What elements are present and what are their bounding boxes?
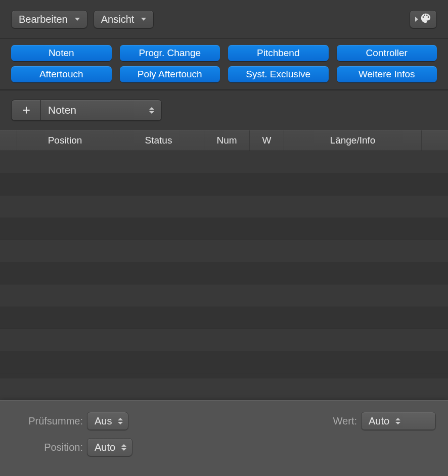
table-header-num[interactable]: Num: [204, 130, 250, 151]
table-header-w[interactable]: W: [250, 130, 284, 151]
view-menu-label: Ansicht: [101, 14, 135, 25]
table-header-position[interactable]: Position: [17, 130, 113, 151]
filter-weitere-infos[interactable]: Weitere Infos: [337, 66, 437, 82]
color-palette-button[interactable]: [410, 10, 437, 28]
event-table: Position Status Num W Länge/Info: [0, 130, 448, 378]
table-header-status[interactable]: Status: [113, 130, 204, 151]
updown-icon: [121, 444, 126, 451]
chevron-down-icon: [75, 18, 80, 21]
filter-syst-exclusive[interactable]: Syst. Exclusive: [228, 66, 329, 82]
plus-icon: [21, 105, 31, 115]
checksum-select[interactable]: Aus: [87, 412, 128, 430]
top-toolbar: Bearbeiten Ansicht: [0, 0, 448, 39]
updown-icon: [118, 418, 123, 424]
value-label: Wert:: [333, 415, 357, 427]
position-select[interactable]: Auto: [87, 438, 132, 456]
position-value: Auto: [95, 442, 115, 453]
event-type-select[interactable]: Noten: [40, 100, 162, 121]
table-row[interactable]: [0, 151, 448, 173]
table-row[interactable]: [0, 173, 448, 196]
checksum-label: Prüfsumme:: [12, 415, 83, 427]
filter-aftertouch[interactable]: Aftertouch: [11, 66, 112, 82]
updown-icon: [395, 418, 400, 424]
checksum-value: Aus: [95, 415, 112, 427]
add-event-button[interactable]: [11, 100, 40, 121]
table-row[interactable]: [0, 218, 448, 240]
table-row[interactable]: [0, 329, 448, 351]
filter-poly-aftertouch[interactable]: Poly Aftertouch: [120, 66, 220, 82]
table-header: Position Status Num W Länge/Info: [0, 130, 448, 151]
table-header-length[interactable]: Länge/Info: [284, 130, 422, 151]
chevron-down-icon: [141, 18, 146, 21]
value-select[interactable]: Auto: [361, 412, 436, 430]
footer: Prüfsumme: Aus Wert: Auto Positio: [0, 400, 448, 476]
value-value: Auto: [369, 415, 389, 427]
filter-pitchbend[interactable]: Pitchbend: [228, 45, 329, 61]
edit-menu[interactable]: Bearbeiten: [11, 10, 87, 28]
palette-icon: [420, 13, 431, 26]
edit-menu-label: Bearbeiten: [19, 14, 68, 25]
table-header-end[interactable]: [422, 130, 448, 151]
table-row[interactable]: [0, 262, 448, 284]
filter-controller[interactable]: Controller: [337, 45, 437, 61]
table-row[interactable]: [0, 240, 448, 262]
chevron-right-icon: [415, 17, 418, 22]
table-row[interactable]: [0, 196, 448, 218]
filter-noten[interactable]: Noten: [11, 45, 112, 61]
position-label: Position:: [12, 442, 83, 453]
table-header-checkbox[interactable]: [0, 130, 17, 151]
filter-progr-change[interactable]: Progr. Change: [120, 45, 220, 61]
updown-icon: [149, 107, 154, 114]
table-row[interactable]: [0, 284, 448, 307]
table-body: [0, 151, 448, 378]
view-menu[interactable]: Ansicht: [94, 10, 154, 28]
table-row[interactable]: [0, 307, 448, 329]
table-row[interactable]: [0, 351, 448, 373]
add-event-section: Noten: [0, 90, 448, 130]
event-type-label: Noten: [48, 104, 149, 116]
event-filter-section: Noten Progr. Change Pitchbend Controller…: [0, 39, 448, 90]
